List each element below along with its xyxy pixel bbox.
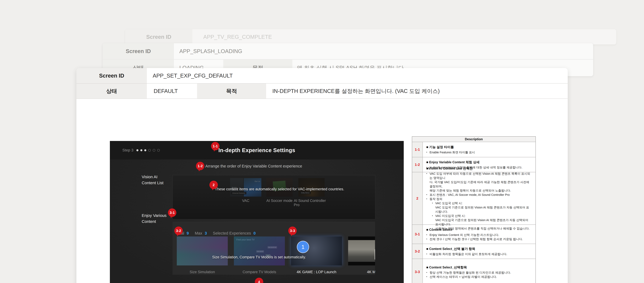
compare-chart-box: Neo QLED (256, 250, 264, 252)
bullet-text: 전체 갯수 / 선택 가능한 갯수 / 선택한 체험 항목 순서로 카운팅 됩니… (430, 237, 523, 241)
bullet-text: Enjoy Various Content 의 선택 가능한 리스트입니다. (430, 233, 499, 237)
description-row-2: 2■Vision AI Content List 선택란•VAC 도입 여부에 … (412, 172, 536, 224)
enjoy-overlay-note: Size Simulation, Compare TV Models is se… (212, 255, 306, 259)
bullet-marker: • (426, 252, 430, 256)
description-row-number: 3-3 (412, 259, 423, 283)
bullet-text: VAC 미도입국 선택 시: (435, 214, 466, 218)
bullet-marker (432, 205, 435, 214)
screen-id-label: Screen ID (99, 73, 124, 79)
bullet-text: 다. 국가별 VAC 도입/미도입 기준에 따라 제공 가능한 체험 콘텐츠가 … (430, 180, 532, 188)
counter-value: 9 (186, 231, 189, 235)
description-bullet-line: VAC 도입국 기준으로 정의된 Vision AI 체험 콘텐츠가 자동 선택… (426, 205, 532, 214)
screen-id-value: APP_SPLASH_LOADING (179, 43, 242, 59)
annotation-badge-3-3: 3-3 (288, 226, 297, 235)
screen-id-label-cell: Screen ID (76, 68, 147, 83)
vision-thumb-caption: AI Soccer mode (262, 199, 297, 205)
bullet-marker (426, 180, 430, 188)
content-counters: Total9Max3Selected Experiences0 (176, 231, 256, 235)
purpose-label: 목적 (226, 87, 237, 95)
vision-section-label: Vision AI Content List (142, 174, 164, 186)
description-bullet-line: •동작 정의 (426, 197, 532, 201)
annotation-badge-3-2: 3-2 (174, 226, 183, 235)
stadium-art (177, 236, 228, 265)
page: Screen ID APP_TV_REG_COMPLETE Screen ID … (0, 0, 644, 283)
stacked-card-app-tv-reg-complete[interactable]: Screen ID APP_TV_REG_COMPLETE (125, 29, 616, 45)
description-row-heading: ■ Content Select_선택항목 (426, 265, 532, 270)
compare-chart-box: Neo QLED 8K (268, 246, 277, 248)
description-row-heading: ■ Enjoy Variable Content 체험 상세 (426, 160, 532, 164)
enjoy-thumb-caption: 4K GAME : LOP LaunchTrailer (291, 269, 342, 275)
spec-card-main: Screen ID APP_SET_EXP_CFG_DEFAULT 상태 DEF… (76, 68, 568, 283)
movie-car (374, 248, 375, 260)
bullet-text: 해당 기준에 맞는 체험 항목이 자동으로 선택되어 노출됩니다. (430, 188, 511, 193)
enjoy-content-thumb-4[interactable] (348, 236, 375, 265)
description-row-number: 2 (412, 172, 423, 224)
bullet-marker: • (432, 214, 435, 218)
bullet-text: 동작 정의 (430, 197, 442, 201)
description-bullet-line: •선택 케이스는 테두리 + 넘버링 라벨이 제공됩니다. (426, 275, 532, 279)
description-bullet-line: •Enable Features 화면 타이틀 표시 (426, 150, 532, 154)
bullet-text: 표시 컨텐츠 : VAC, AI Soccer mode, AI Sound C… (430, 193, 510, 197)
bullet-marker: • (426, 270, 430, 275)
counter-label: Selected Experiences (213, 231, 251, 235)
counter-value: 0 (254, 231, 256, 235)
bullet-marker: • (426, 275, 430, 279)
tv-subtitle: Arrange the order of Enjoy Variable Cont… (205, 163, 302, 170)
annotation-badge-1-1: 1-1 (211, 142, 220, 150)
bullet-text: 항상 선택 가능한 항목들은 활성화 된 디자인으로 제공됩니다. (430, 270, 511, 275)
purpose-value: IN-DEPTH EXPERIENCE를 설정하는 화면입니다. (VAC 도입… (272, 84, 440, 99)
vision-thumb-caption: VAC (228, 199, 264, 205)
description-bullet-line: •Enjoy Various Content 의 선택 가능한 리스트입니다. (426, 233, 532, 237)
bullet-text: 선택 케이스는 테두리 + 넘버링 라벨이 제공됩니다. (430, 275, 497, 279)
description-row-3-1: 3-1■ Content Select•Enjoy Various Conten… (412, 224, 536, 244)
description-table-header: Description (412, 137, 536, 142)
bullet-marker: • (426, 193, 430, 197)
description-bullet-line: 다. 국가별 VAC 도입/미도입 기준에 따라 제공 가능한 체험 콘텐츠가 … (426, 180, 532, 188)
compare-art: Find your best TVQLEDNeo QLEDNeo QLED 8K (234, 236, 285, 265)
description-row-1-1: 1-1■ 기능 설정 타이틀•Enable Features 화면 타이틀 표시 (412, 142, 536, 157)
bullet-marker: • (426, 172, 430, 180)
description-row-body: ■ Content Select_선택항목•항상 선택 가능한 항목들은 활성화… (423, 259, 536, 283)
bullet-text: VAC 도입국 기준으로 정의된 Vision AI 체험 콘텐츠가 자동 선택… (435, 205, 532, 214)
enjoy-section-label: Enjoy Various Content (142, 212, 166, 224)
description-row-body: ■ Content Select_선택 불가 항목•비활성화 처리된 항목들은 … (423, 244, 536, 259)
description-row-3-3: 3-3■ Content Select_선택항목•항상 선택 가능한 항목들은 … (412, 259, 536, 283)
vac-pill: Universal Gestures (231, 192, 246, 194)
vac-screen-title: Our La (254, 180, 260, 182)
status-label-cell: 상태 (76, 84, 147, 99)
movie-art (348, 236, 375, 265)
enjoy-content-thumb-3[interactable]: 1 (291, 236, 342, 265)
enjoy-thumb-caption: Size Simulation (177, 269, 228, 274)
description-bullet-line: •비활성화 처리된 항목들은 이와 같이 흐릿하게 제공됩니다. (426, 252, 532, 256)
description-row-body: ■Vision AI Content List 선택란•VAC 도입 여부에 따… (423, 172, 536, 224)
enjoy-content-thumb-2[interactable]: Find your best TVQLEDNeo QLEDNeo QLED 8K (234, 236, 285, 265)
counter-label: Max (195, 231, 202, 235)
screen-id-value: APP_TV_REG_COMPLETE (203, 29, 272, 45)
description-row-body: ■ 기능 설정 타이틀•Enable Features 화면 타이틀 표시 (423, 142, 536, 157)
description-row-number: 1-2 (412, 157, 423, 172)
description-row-heading: ■ Content Select_선택 불가 항목 (426, 246, 532, 251)
counter-value: 3 (205, 231, 207, 235)
description-bullet-line: •항상 선택 가능한 항목들은 활성화 된 디자인으로 제공됩니다. (426, 270, 532, 275)
description-bullet-line: •전체 갯수 / 선택 가능한 갯수 / 선택한 체험 항목 순서로 카운팅 됩… (426, 237, 532, 241)
vision-thumb-caption: AI Sound Controller Pro (294, 199, 329, 205)
bullet-text: VAC 도입국 선택 시: (435, 201, 462, 205)
enjoy-content-panel: Total9Max3Selected Experiences0 Size Sim… (172, 222, 375, 275)
screen-id-label: Screen ID (126, 48, 151, 54)
bullet-marker: • (426, 237, 430, 241)
annotation-badge-3-1: 3-1 (168, 208, 176, 217)
description-row-number: 3-2 (412, 244, 423, 259)
selection-number-circle: 1 (297, 241, 309, 253)
content-counter: Selected Experiences0 (213, 231, 256, 235)
bullet-marker (426, 188, 430, 193)
annotation-badge-2: 2 (210, 181, 218, 189)
enjoy-thumb-caption: 4K MovibustersFro (348, 269, 375, 275)
vision-overlay-note: These content items are automatically se… (215, 187, 344, 191)
description-bullet-line: •VAC 미도입국 선택 시: (426, 214, 532, 218)
description-bullet-line: •표시 컨텐츠 : VAC, AI Soccer mode, AI Sound … (426, 193, 532, 197)
annotation-badge-1-2: 1-2 (196, 162, 204, 170)
description-bullet-line: 해당 기준에 맞는 체험 항목이 자동으로 선택되어 노출됩니다. (426, 188, 532, 193)
compare-title: Find your best TV (236, 238, 254, 241)
tv-page-title: In-depth Experience Settings (110, 141, 404, 159)
enjoy-content-thumb-1[interactable] (177, 236, 228, 265)
